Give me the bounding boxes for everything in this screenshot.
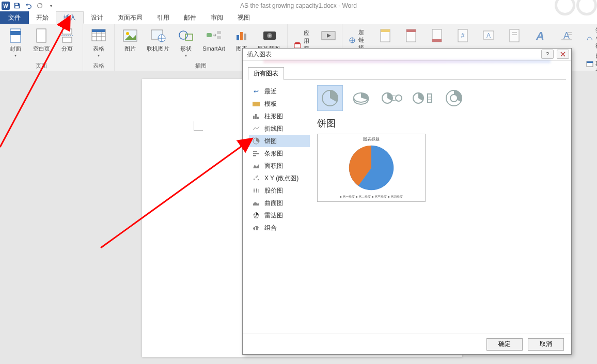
template-icon bbox=[252, 100, 260, 108]
chart-type-title: 饼图 bbox=[317, 117, 565, 130]
variant-bar-of-pie[interactable] bbox=[410, 85, 436, 111]
text-box-button[interactable]: A bbox=[477, 26, 500, 44]
stock-icon bbox=[252, 186, 260, 195]
svg-rect-5 bbox=[37, 29, 46, 42]
chart-icon bbox=[233, 27, 250, 44]
cat-template[interactable]: 模板 bbox=[249, 98, 310, 110]
svg-rect-33 bbox=[381, 29, 390, 32]
variant-pie3d[interactable] bbox=[348, 85, 374, 111]
qat-more-icon[interactable]: ▾ bbox=[47, 2, 55, 10]
cat-bar[interactable]: 条形图 bbox=[249, 147, 310, 160]
dialog-title-bar[interactable]: 插入图表 ? bbox=[243, 49, 571, 61]
screenshot-icon bbox=[261, 27, 278, 44]
tab-insert[interactable]: 插入 bbox=[56, 11, 84, 24]
smartart-button[interactable]: SmartArt bbox=[200, 26, 227, 52]
cat-line[interactable]: 折线图 bbox=[249, 122, 310, 135]
window-title: AS the fast growing capacity1.docx - Wor… bbox=[0, 2, 597, 9]
svg-point-63 bbox=[256, 177, 257, 178]
svg-rect-67 bbox=[254, 189, 255, 192]
page-break-button[interactable]: 分页 bbox=[56, 26, 78, 52]
chart-preview[interactable]: 图表标题 ■ 第一季度 ■ 第二季度 ■ 第三季度 ■ 第四季度 bbox=[317, 134, 426, 202]
cat-xy[interactable]: X Y (散点图) bbox=[249, 172, 310, 184]
wordart-button[interactable]: A bbox=[529, 26, 552, 44]
line-icon bbox=[252, 124, 260, 133]
tab-mailings[interactable]: 邮件 bbox=[177, 11, 203, 24]
placeholder-button-4[interactable] bbox=[503, 26, 526, 44]
pie-preview-svg bbox=[347, 143, 396, 193]
svg-point-76 bbox=[396, 95, 402, 101]
cat-radar[interactable]: 雷达图 bbox=[249, 209, 310, 221]
svg-point-16 bbox=[126, 32, 129, 35]
svg-rect-54 bbox=[253, 102, 260, 106]
svg-point-65 bbox=[257, 176, 258, 177]
save-icon[interactable] bbox=[13, 2, 21, 10]
svg-rect-6 bbox=[62, 29, 72, 34]
undo-icon[interactable] bbox=[24, 2, 33, 10]
page-number-button[interactable]: # bbox=[451, 26, 474, 44]
cat-recent[interactable]: ↩最近 bbox=[249, 85, 310, 98]
hyperlink-icon bbox=[348, 36, 356, 44]
drop-cap-button[interactable]: A bbox=[555, 26, 577, 44]
svg-rect-69 bbox=[256, 189, 257, 192]
cat-pie[interactable]: 饼图 bbox=[249, 135, 310, 147]
tab-home[interactable]: 开始 bbox=[29, 11, 56, 24]
cat-column[interactable]: 柱形图 bbox=[249, 110, 310, 122]
tab-review[interactable]: 审阅 bbox=[203, 11, 230, 24]
table-button[interactable]: 表格▾ bbox=[87, 26, 110, 58]
shapes-button[interactable]: 形状▾ bbox=[175, 26, 197, 58]
variant-pie-of-pie[interactable] bbox=[379, 85, 405, 111]
shapes-icon bbox=[178, 27, 194, 44]
blank-page-button[interactable]: 空白页 bbox=[30, 26, 53, 52]
cat-stock[interactable]: 股价图 bbox=[249, 184, 310, 197]
svg-rect-56 bbox=[255, 114, 257, 119]
online-picture-button[interactable]: 联机图片 bbox=[145, 26, 171, 52]
cat-area[interactable]: 面积图 bbox=[249, 160, 310, 172]
placeholder-button-2[interactable] bbox=[400, 26, 422, 44]
tab-layout[interactable]: 页面布局 bbox=[111, 11, 150, 24]
placeholder-button-3[interactable] bbox=[426, 26, 448, 44]
svg-rect-26 bbox=[244, 34, 246, 40]
svg-point-29 bbox=[269, 35, 271, 37]
svg-rect-25 bbox=[240, 32, 243, 40]
online-picture-icon bbox=[150, 27, 166, 44]
cover-page-icon bbox=[7, 27, 24, 44]
dialog-tab-all-charts[interactable]: 所有图表 bbox=[248, 67, 284, 80]
cat-combo[interactable]: 组合 bbox=[249, 221, 310, 234]
tab-references[interactable]: 引用 bbox=[150, 11, 177, 24]
dialog-help-button[interactable]: ? bbox=[541, 50, 554, 59]
group-pages: 封面▾ 空白页 分页 页面 bbox=[0, 24, 83, 71]
table-icon bbox=[90, 27, 107, 44]
svg-text:A: A bbox=[563, 30, 570, 41]
svg-rect-61 bbox=[253, 155, 256, 156]
signature-button[interactable]: 签名行 bbox=[585, 26, 597, 50]
variant-doughnut[interactable] bbox=[441, 85, 467, 111]
svg-rect-0 bbox=[15, 4, 18, 6]
svg-rect-21 bbox=[207, 33, 212, 37]
cat-surface[interactable]: 曲面图 bbox=[249, 197, 310, 209]
tab-design[interactable]: 设计 bbox=[84, 11, 111, 24]
group-text-extras: 签名行 日期和 对象 bbox=[582, 24, 597, 71]
svg-rect-59 bbox=[253, 151, 257, 152]
picture-button[interactable]: 图片 bbox=[119, 26, 142, 52]
svg-rect-7 bbox=[62, 37, 72, 42]
svg-rect-55 bbox=[253, 116, 255, 119]
ok-button[interactable]: 确定 bbox=[486, 338, 523, 351]
cover-page-button[interactable]: 封面▾ bbox=[4, 26, 27, 58]
tab-file[interactable]: 文件 bbox=[0, 11, 29, 24]
cancel-button[interactable]: 取消 bbox=[528, 338, 564, 351]
svg-rect-22 bbox=[217, 31, 221, 34]
scatter-icon bbox=[252, 174, 260, 182]
area-icon bbox=[252, 162, 260, 170]
doughnut-variant-icon bbox=[445, 89, 463, 107]
svg-rect-60 bbox=[253, 153, 259, 154]
dialog-close-button[interactable] bbox=[557, 50, 569, 59]
signature-icon bbox=[586, 34, 593, 42]
variant-pie[interactable] bbox=[317, 85, 343, 111]
svg-point-62 bbox=[254, 179, 255, 180]
decorative-graphic bbox=[555, 0, 597, 15]
tab-view[interactable]: 视图 bbox=[230, 11, 257, 24]
combo-icon bbox=[252, 224, 260, 232]
placeholder-button-1[interactable] bbox=[374, 26, 397, 44]
pie-icon bbox=[252, 137, 260, 145]
redo-icon[interactable] bbox=[36, 2, 44, 10]
